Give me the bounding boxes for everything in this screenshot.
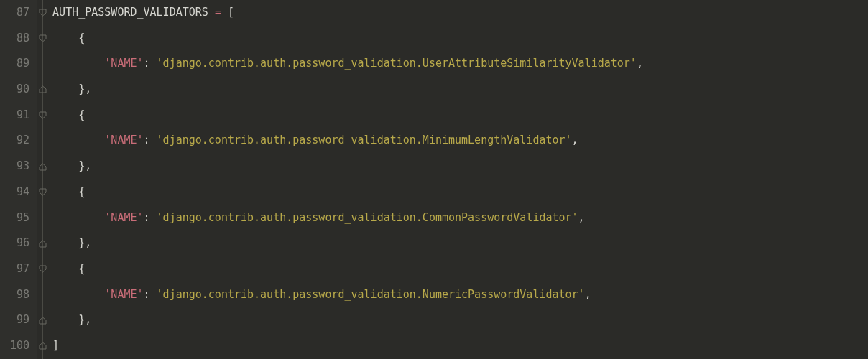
line-number: 99: [10, 307, 29, 333]
fold-open-icon[interactable]: [38, 8, 47, 17]
line-number-gutter: 87888990919293949596979899100: [0, 0, 37, 359]
line-number: 87: [10, 0, 29, 26]
fold-open-icon[interactable]: [38, 34, 47, 43]
dict-value: 'django.contrib.auth.password_validation…: [157, 288, 585, 301]
colon: :: [144, 134, 157, 146]
fold-close-icon[interactable]: [38, 341, 47, 350]
code-line[interactable]: AUTH_PASSWORD_VALIDATORS = [: [52, 0, 868, 26]
code-line[interactable]: {: [52, 26, 868, 52]
fold-column: [37, 0, 50, 359]
line-number: 89: [10, 51, 29, 77]
dict-key: 'NAME': [104, 134, 143, 146]
fold-close-icon[interactable]: [38, 316, 47, 325]
brace-open: {: [52, 185, 85, 198]
colon: :: [144, 288, 157, 301]
fold-open-icon[interactable]: [38, 187, 47, 197]
code-area[interactable]: AUTH_PASSWORD_VALIDATORS = [ { 'NAME': '…: [50, 0, 868, 359]
code-line[interactable]: 'NAME': 'django.contrib.auth.password_va…: [52, 282, 868, 308]
dict-key: 'NAME': [104, 211, 143, 224]
code-line[interactable]: ]: [52, 333, 868, 359]
code-editor[interactable]: 87888990919293949596979899100 AUTH_PASSW…: [0, 0, 868, 359]
assign-op: =: [215, 6, 221, 19]
line-number: 96: [10, 230, 29, 256]
line-number: 93: [10, 154, 29, 180]
comma: ,: [637, 57, 643, 70]
code-line[interactable]: },: [52, 77, 868, 103]
code-line[interactable]: },: [52, 230, 868, 256]
bracket-close: ]: [52, 339, 59, 352]
colon: :: [144, 57, 157, 70]
fold-open-icon[interactable]: [38, 111, 47, 120]
brace-open: {: [52, 108, 85, 121]
dict-value: 'django.contrib.auth.password_validation…: [157, 134, 572, 146]
fold-close-icon[interactable]: [38, 239, 47, 248]
brace-close: },: [52, 159, 91, 172]
code-line[interactable]: {: [52, 180, 868, 205]
comma: ,: [578, 211, 585, 224]
code-line[interactable]: },: [52, 154, 868, 180]
colon: :: [144, 211, 157, 224]
fold-open-icon[interactable]: [38, 264, 47, 274]
variable-name: AUTH_PASSWORD_VALIDATORS: [52, 6, 215, 19]
line-number: 95: [10, 205, 29, 231]
line-number: 94: [10, 180, 29, 205]
line-number: 92: [10, 128, 29, 154]
brace-open: {: [52, 262, 85, 275]
brace-close: },: [52, 313, 91, 326]
dict-key: 'NAME': [104, 288, 143, 301]
code-line[interactable]: 'NAME': 'django.contrib.auth.password_va…: [52, 51, 868, 77]
bracket-open: [: [221, 6, 234, 19]
line-number: 97: [10, 256, 29, 282]
brace-open: {: [52, 32, 85, 45]
dict-value: 'django.contrib.auth.password_validation…: [157, 57, 637, 70]
comma: ,: [572, 134, 578, 146]
comma: ,: [585, 288, 591, 301]
dict-key: 'NAME': [104, 57, 143, 70]
fold-guide-line: [42, 0, 43, 359]
fold-close-icon[interactable]: [38, 162, 47, 172]
brace-close: },: [52, 236, 91, 249]
fold-close-icon[interactable]: [38, 85, 47, 94]
code-line[interactable]: {: [52, 103, 868, 129]
code-line[interactable]: 'NAME': 'django.contrib.auth.password_va…: [52, 128, 868, 154]
line-number: 88: [10, 26, 29, 52]
code-line[interactable]: 'NAME': 'django.contrib.auth.password_va…: [52, 205, 868, 231]
brace-close: },: [52, 83, 91, 95]
line-number: 98: [10, 282, 29, 308]
line-number: 90: [10, 77, 29, 103]
line-number: 100: [10, 333, 29, 359]
line-number: 91: [10, 103, 29, 129]
code-line[interactable]: {: [52, 256, 868, 282]
code-line[interactable]: },: [52, 307, 868, 333]
dict-value: 'django.contrib.auth.password_validation…: [157, 211, 578, 224]
